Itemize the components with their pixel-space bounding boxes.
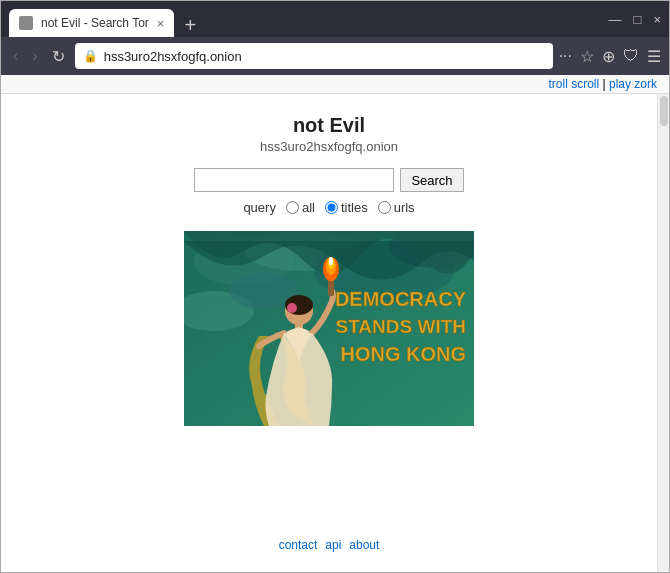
titles-option[interactable]: titles	[325, 200, 368, 215]
top-links-bar: troll scroll | play zork	[1, 75, 669, 94]
troll-scroll-link[interactable]: troll scroll	[549, 77, 600, 91]
extensions-button[interactable]: ⊕	[602, 47, 615, 66]
svg-point-9	[287, 303, 297, 313]
address-text: hss3uro2hsxfogfq.onion	[104, 49, 242, 64]
all-option[interactable]: all	[286, 200, 315, 215]
all-radio[interactable]	[286, 201, 299, 214]
api-link[interactable]: api	[325, 538, 341, 552]
site-title: not Evil	[293, 114, 365, 137]
address-bar: ‹ › ↻ 🔒 hss3uro2hsxfogfq.onion ··· ☆ ⊕ 🛡…	[1, 37, 669, 75]
scroll-thumb[interactable]	[660, 96, 668, 126]
contact-link[interactable]: contact	[279, 538, 318, 552]
active-tab[interactable]: not Evil - Search Tor ×	[9, 9, 174, 37]
shield-button[interactable]: 🛡	[623, 47, 639, 65]
footer-links: contact api about	[279, 528, 380, 562]
bookmark-button[interactable]: ☆	[580, 47, 594, 66]
site-subtitle: hss3uro2hsxfogfq.onion	[260, 139, 398, 154]
play-zork-link[interactable]: play zork	[609, 77, 657, 91]
page-content: not Evil hss3uro2hsxfogfq.onion Search q…	[1, 94, 657, 572]
lock-icon: 🔒	[83, 49, 98, 63]
poster-background: DEMOCRACY STANDS WITH HONG KONG	[184, 231, 474, 426]
query-label: query	[243, 200, 276, 215]
back-button[interactable]: ‹	[9, 45, 22, 67]
address-field[interactable]: 🔒 hss3uro2hsxfogfq.onion	[75, 43, 553, 69]
urls-radio[interactable]	[378, 201, 391, 214]
tab-favicon	[19, 16, 33, 30]
tab-area: not Evil - Search Tor × +	[9, 1, 601, 37]
tab-close-button[interactable]: ×	[157, 16, 165, 31]
browser-window: not Evil - Search Tor × + — □ × ‹ › ↻ 🔒 …	[0, 0, 670, 573]
address-actions: ··· ☆ ⊕ 🛡 ☰	[559, 47, 661, 66]
minimize-button[interactable]: —	[609, 12, 622, 27]
window-controls: — □ ×	[609, 12, 661, 27]
poster-decoration: DEMOCRACY STANDS WITH HONG KONG	[184, 231, 474, 426]
poster-image: DEMOCRACY STANDS WITH HONG KONG	[184, 231, 474, 426]
search-options: query all titles urls	[243, 200, 414, 215]
title-bar: not Evil - Search Tor × + — □ ×	[1, 1, 669, 37]
close-button[interactable]: ×	[653, 12, 661, 27]
svg-text:DEMOCRACY: DEMOCRACY	[335, 288, 467, 310]
search-form: Search	[194, 168, 463, 192]
refresh-button[interactable]: ↻	[48, 45, 69, 68]
maximize-button[interactable]: □	[634, 12, 642, 27]
menu-button[interactable]: ☰	[647, 47, 661, 66]
new-tab-button[interactable]: +	[180, 14, 200, 37]
about-link[interactable]: about	[349, 538, 379, 552]
search-input[interactable]	[194, 168, 394, 192]
search-button[interactable]: Search	[400, 168, 463, 192]
svg-text:STANDS WITH: STANDS WITH	[335, 316, 466, 337]
page-area: not Evil hss3uro2hsxfogfq.onion Search q…	[1, 94, 669, 572]
urls-option[interactable]: urls	[378, 200, 415, 215]
more-button[interactable]: ···	[559, 47, 572, 65]
tab-label: not Evil - Search Tor	[41, 16, 149, 30]
svg-text:HONG KONG: HONG KONG	[340, 343, 466, 365]
forward-button[interactable]: ›	[28, 45, 41, 67]
svg-point-15	[329, 257, 333, 265]
titles-radio[interactable]	[325, 201, 338, 214]
scrollbar[interactable]	[657, 94, 669, 572]
